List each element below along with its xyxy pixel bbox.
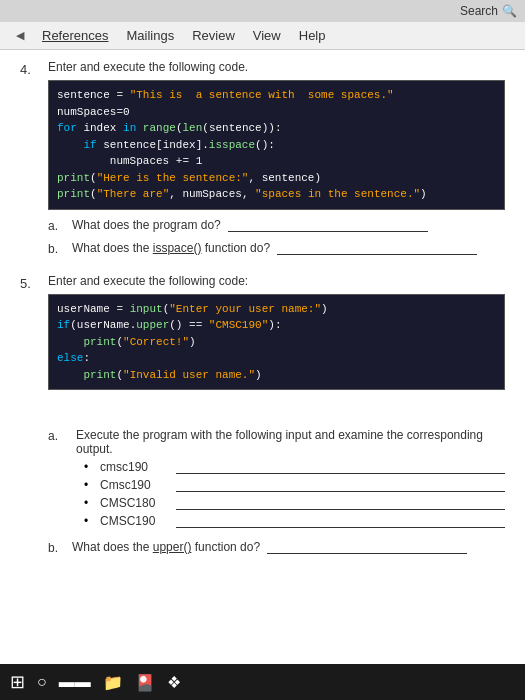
menu-item-references[interactable]: References	[34, 26, 116, 45]
file-explorer-icon[interactable]: 📁	[103, 673, 123, 692]
windows-icon[interactable]: ⊞	[10, 671, 25, 693]
menu-item-mailings[interactable]: Mailings	[118, 26, 182, 45]
bullet-dot-3: •	[84, 496, 100, 510]
bullet-dot-1: •	[84, 460, 100, 474]
question-4-code: sentence = "This is a sentence with some…	[48, 80, 505, 210]
bullet-line-4[interactable]	[176, 514, 505, 528]
search-area: Search 🔍	[460, 4, 517, 18]
question-5-instruction: Enter and execute the following code:	[48, 274, 505, 288]
q5-sub-b-label: b.	[48, 540, 72, 555]
q5-sub-a: a. Execute the program with the followin…	[48, 428, 505, 532]
bullet-dot-2: •	[84, 478, 100, 492]
q5-sub-b-text: What does the upper() function do?	[72, 540, 505, 554]
execute-instruction: Execute the program with the following i…	[76, 428, 505, 456]
upper-underlined: upper()	[153, 540, 192, 554]
question-4: 4. Enter and execute the following code.…	[20, 60, 505, 264]
bullet-row-4: • CMSC190	[84, 514, 505, 528]
q4-sub-b-label: b.	[48, 241, 72, 256]
bullet-row-3: • CMSC180	[84, 496, 505, 510]
question-5: 5. Enter and execute the following code:…	[20, 274, 505, 564]
question-4-instruction: Enter and execute the following code.	[48, 60, 505, 74]
q4-sub-b: b. What does the isspace() function do?	[48, 241, 505, 256]
spacer	[48, 398, 505, 428]
q4-sub-b-text: What does the isspace() function do?	[72, 241, 505, 255]
menu-item-file[interactable]: ◀	[8, 27, 32, 44]
menu-item-review[interactable]: Review	[184, 26, 243, 45]
search-label: Search	[460, 4, 498, 18]
app-icon-1[interactable]: 🎴	[135, 673, 155, 692]
question-5-number: 5.	[20, 274, 48, 564]
q4-answer-a-line[interactable]	[228, 218, 428, 232]
bullet-row-1: • cmsc190	[84, 460, 505, 474]
bullet-label-4: CMSC190	[100, 514, 170, 528]
question-5-body: Enter and execute the following code: us…	[48, 274, 505, 564]
q5-sub-b: b. What does the upper() function do?	[48, 540, 505, 555]
isspace-underlined: isspace()	[153, 241, 202, 255]
bullet-label-3: CMSC180	[100, 496, 170, 510]
q4-answer-b-line[interactable]	[277, 241, 477, 255]
q4-sub-a-text: What does the program do?	[72, 218, 505, 232]
menu-bar: ◀ References Mailings Review View Help	[0, 22, 525, 50]
cortana-icon[interactable]: ○	[37, 673, 47, 691]
q5-execute-section: Execute the program with the following i…	[76, 428, 505, 532]
menu-item-view[interactable]: View	[245, 26, 289, 45]
bullet-line-3[interactable]	[176, 496, 505, 510]
bullet-label-2: Cmsc190	[100, 478, 170, 492]
bullet-dot-4: •	[84, 514, 100, 528]
question-5-code: userName = input("Enter your user name:"…	[48, 294, 505, 391]
taskview-icon[interactable]: ▬▬	[59, 673, 91, 691]
bullet-row-2: • Cmsc190	[84, 478, 505, 492]
question-4-number: 4.	[20, 60, 48, 264]
q5-answer-b-line[interactable]	[267, 540, 467, 554]
bullet-label-1: cmsc190	[100, 460, 170, 474]
taskbar: ⊞ ○ ▬▬ 📁 🎴 ❖	[0, 664, 525, 700]
page-content: 4. Enter and execute the following code.…	[0, 50, 525, 664]
search-icon[interactable]: 🔍	[502, 4, 517, 18]
q4-sub-a-label: a.	[48, 218, 72, 233]
top-bar: Search 🔍	[0, 0, 525, 22]
q4-sub-a: a. What does the program do?	[48, 218, 505, 233]
bullet-line-2[interactable]	[176, 478, 505, 492]
menu-item-help[interactable]: Help	[291, 26, 334, 45]
question-4-body: Enter and execute the following code. se…	[48, 60, 505, 264]
app-icon-2[interactable]: ❖	[167, 673, 181, 692]
q5-sub-a-label: a.	[48, 428, 72, 443]
bullet-line-1[interactable]	[176, 460, 505, 474]
